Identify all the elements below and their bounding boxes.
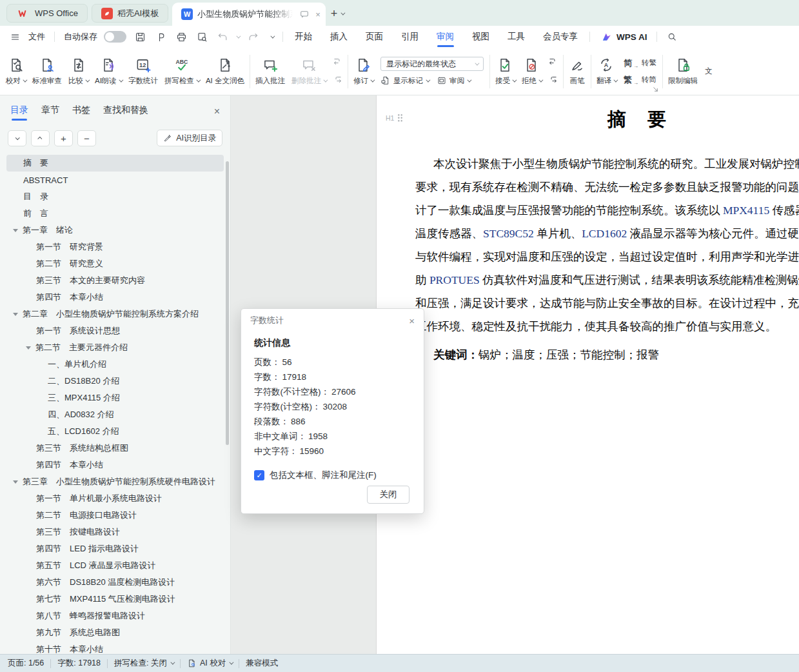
toc-item[interactable]: ABSTRACT [6,172,224,188]
toc-item[interactable]: 第四节 本章小结 [6,289,224,306]
print-preview-icon[interactable] [195,30,209,44]
toc-item[interactable]: 第一章 绪论 [6,222,224,239]
undo-icon[interactable] [215,30,230,44]
zoom-in-button[interactable]: + [54,130,73,146]
ai-recognize-toc-button[interactable]: AI识别目录 [157,130,222,146]
toc-item[interactable]: 第一节 系统设计思想 [6,322,224,339]
zoom-out-button[interactable]: − [77,130,96,146]
document-page[interactable]: H1 摘 要 本次设计聚焦于小型生物质锅炉节能控制系统的研究。工业发展对锅炉控制… [376,95,799,654]
file-menu[interactable]: 文件 [28,31,45,43]
toc-item[interactable]: 第五节 LCD 液晶显示电路设计 [6,557,224,574]
toc-item[interactable]: 第二节 研究意义 [6,255,224,272]
tab-reference[interactable]: 引用 [392,26,428,48]
reject-button[interactable]: 拒绝 [518,51,545,92]
toc-item[interactable]: 第二章 小型生物质锅炉节能控制系统方案介绍 [6,306,224,322]
clipped-button-label[interactable]: 文 [705,66,713,76]
collapse-up-button[interactable] [31,130,50,146]
autosave-toggle[interactable] [104,31,126,43]
undo-history-chevron-icon[interactable] [236,34,241,38]
heading-handle[interactable]: H1 [386,114,403,122]
markup-state-select[interactable]: 显示标记的最终状态 [380,57,484,71]
pen-button[interactable]: 画笔 [566,51,589,92]
toc-item[interactable]: 第三节 按键电路设计 [6,524,224,540]
toc-item[interactable]: 第二节 电源接口电路设计 [6,507,224,524]
hamburger-menu-icon[interactable] [8,30,22,44]
standard-review-button[interactable]: 标准审查 [29,51,65,92]
include-footnotes-checkbox[interactable]: ✓ 包括文本框、脚注和尾注(F) [254,469,411,481]
toc-item[interactable]: 第一节 单片机最小系统电路设计 [6,490,224,507]
close-sidebar-icon[interactable]: × [214,106,220,121]
to-traditional-button[interactable]: 简→ 转繁 [624,57,656,69]
insert-comment-button[interactable]: 插入批注 [252,51,288,92]
accept-button[interactable]: 接受 [492,51,518,92]
previous-comment-icon[interactable] [332,57,343,68]
toc-item[interactable]: 一、单片机介绍 [6,356,224,373]
collapse-triangle-icon[interactable] [13,313,18,316]
collapse-triangle-icon[interactable] [13,229,18,232]
ai-polish-button[interactable]: AI 全文润色 [202,51,248,92]
toc-item[interactable]: 第十节 本章小结 [6,641,224,654]
toc-item[interactable]: 第一节 研究背景 [6,239,224,255]
toc-item[interactable]: 第七节 MXP4115 气压检测电路设计 [6,591,224,608]
previous-change-icon[interactable] [547,57,558,68]
tab-tools[interactable]: 工具 [498,26,534,48]
toc-item[interactable]: 第三节 系统结构总框图 [6,440,224,457]
dialog-launcher-icon[interactable] [652,86,659,93]
drag-handle-icon[interactable] [397,114,403,122]
toc-item[interactable]: 第八节 蜂鸣器报警电路设计 [6,608,224,624]
toc-item[interactable]: 前 言 [6,205,224,222]
spell-check-status[interactable]: 拼写检查: 关闭 [114,658,173,669]
tab-member[interactable]: 会员专享 [534,26,587,48]
toc-item[interactable]: 二、DS18B20 介绍 [6,373,224,390]
track-changes-button[interactable]: 修订 [350,51,377,92]
tab-docer-templates[interactable]: 稻壳AI模板 [92,4,168,23]
toc-item[interactable]: 五、LCD1602 介绍 [6,423,224,440]
close-tab-icon[interactable]: × [315,10,321,19]
save-icon[interactable] [133,30,147,44]
comment-bubble-icon[interactable] [297,7,311,21]
toc-item[interactable]: 三、MPX4115 介绍 [6,390,224,406]
sidebar-tab-chapters[interactable]: 章节 [41,104,59,122]
print-icon[interactable] [174,30,188,44]
toc-item[interactable]: 目 录 [6,188,224,205]
tab-insert[interactable]: 插入 [321,26,357,48]
toc-item[interactable]: 第三章 小型生物质锅炉节能控制系统硬件电路设计 [6,473,224,490]
to-simplified-button[interactable]: 繁→ 转简 [624,74,656,86]
toc-item[interactable]: 第六节 DS18B20 温度检测电路设计 [6,574,224,591]
sidebar-tab-find-replace[interactable]: 查找和替换 [103,104,148,122]
page-indicator[interactable]: 页面: 1/56 [8,658,44,669]
close-dialog-icon[interactable]: × [409,315,415,326]
export-pdf-icon[interactable] [153,30,168,44]
review-pane-button[interactable]: 审阅 [437,75,470,86]
search-icon[interactable] [665,30,679,44]
word-count-indicator[interactable]: 字数: 17918 [57,658,101,669]
next-change-icon[interactable] [547,75,558,86]
proofread-button[interactable]: 校对 [3,51,29,92]
close-button[interactable]: 关闭 [367,486,409,504]
sidebar-tab-bookmarks[interactable]: 书签 [72,104,90,122]
checkbox-checked-icon[interactable]: ✓ [254,470,264,480]
redo-icon[interactable] [246,30,260,44]
ai-proof-status[interactable]: AI 校对 [187,658,232,669]
next-comment-icon[interactable] [332,75,343,86]
collapse-triangle-icon[interactable] [26,346,31,350]
toc-item[interactable]: 摘 要 [6,155,224,172]
word-count-button[interactable]: 12 字数统计 [125,51,161,92]
collapse-triangle-icon[interactable] [13,480,18,484]
sidebar-tab-contents[interactable]: 目录 [10,104,28,122]
tab-page[interactable]: 页面 [357,26,392,48]
tab-review[interactable]: 审阅 [428,26,463,48]
toc-item[interactable]: 第九节 系统总电路图 [6,624,224,641]
delete-comment-button[interactable]: 删除批注 [288,51,330,92]
toc-item[interactable]: 第二节 主要元器件介绍 [6,339,224,356]
translate-button[interactable]: A 翻译 [593,51,620,92]
tab-document[interactable]: W 小型生物质锅炉节能控制系统 × [172,3,326,26]
show-markup-button[interactable]: 显示标记 [380,75,429,86]
chevron-down-icon[interactable] [341,11,346,15]
expand-down-button[interactable] [8,130,26,146]
toc-item[interactable]: 第四节 本章小结 [6,457,224,473]
compatibility-mode[interactable]: 兼容模式 [246,658,278,669]
spell-check-button[interactable]: ABC 拼写检查 [161,51,202,92]
sidebar-scrollbar[interactable] [226,161,229,445]
ai-read-button[interactable]: AI朗读 [92,51,125,92]
